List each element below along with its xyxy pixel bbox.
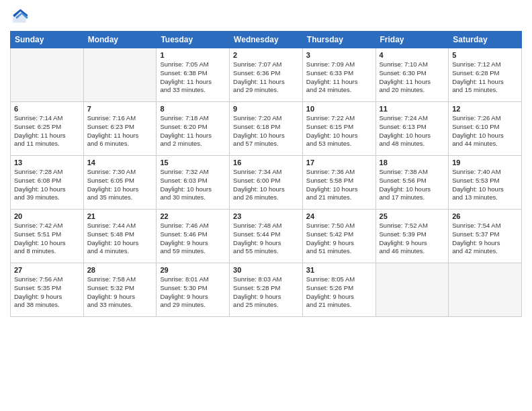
cell-text-line: and 29 minutes. [233, 86, 299, 95]
cell-text-line: Daylight: 11 hours [160, 78, 226, 87]
calendar-cell: 27Sunrise: 7:56 AMSunset: 5:35 PMDayligh… [11, 263, 84, 317]
day-number: 25 [380, 212, 445, 220]
calendar-cell: 31Sunrise: 8:05 AMSunset: 5:26 PMDayligh… [302, 263, 375, 317]
day-number: 7 [87, 105, 153, 113]
calendar-cell: 7Sunrise: 7:16 AMSunset: 6:23 PMDaylight… [83, 102, 157, 156]
cell-text-line: Daylight: 9 hours [160, 239, 226, 248]
cell-text-line: and 53 minutes. [306, 140, 372, 148]
calendar-cell: 12Sunrise: 7:26 AMSunset: 6:10 PMDayligh… [449, 102, 522, 156]
cell-text-line: Daylight: 10 hours [380, 132, 445, 140]
day-number: 10 [306, 105, 372, 113]
cell-text-line: Sunrise: 7:24 AM [380, 114, 445, 123]
cell-text-line: Sunrise: 7:26 AM [452, 114, 518, 123]
cell-text-line: Sunrise: 7:20 AM [233, 114, 299, 123]
calendar-table: SundayMondayTuesdayWednesdayThursdayFrid… [10, 31, 522, 317]
cell-text-line: Daylight: 10 hours [87, 185, 153, 194]
cell-text-line: Sunset: 5:30 PM [160, 284, 226, 293]
cell-text-line: and 44 minutes. [452, 140, 518, 148]
calendar-cell: 16Sunrise: 7:34 AMSunset: 6:00 PMDayligh… [230, 156, 303, 210]
cell-text-line: Sunset: 6:00 PM [233, 177, 299, 185]
cell-text-line: Daylight: 11 hours [306, 78, 372, 87]
cell-text-line: and 15 minutes. [452, 86, 518, 95]
calendar-cell: 4Sunrise: 7:10 AMSunset: 6:30 PMDaylight… [375, 48, 449, 102]
cell-text-line: Sunrise: 7:46 AM [160, 222, 226, 230]
calendar-cell: 20Sunrise: 7:42 AMSunset: 5:51 PMDayligh… [11, 210, 84, 263]
calendar-cell: 2Sunrise: 7:07 AMSunset: 6:36 PMDaylight… [230, 48, 303, 102]
calendar-cell: 29Sunrise: 8:01 AMSunset: 5:30 PMDayligh… [157, 263, 230, 317]
calendar-cell: 13Sunrise: 7:28 AMSunset: 6:08 PMDayligh… [11, 156, 84, 210]
cell-text-line: Sunset: 6:25 PM [14, 123, 80, 132]
calendar-cell: 15Sunrise: 7:32 AMSunset: 6:03 PMDayligh… [157, 156, 230, 210]
day-number: 20 [14, 212, 80, 220]
cell-text-line: Sunset: 6:30 PM [380, 69, 445, 78]
calendar-cell: 3Sunrise: 7:09 AMSunset: 6:33 PMDaylight… [302, 48, 375, 102]
cell-text-line: Sunrise: 7:28 AM [14, 168, 80, 177]
cell-text-line: and 35 minutes. [87, 193, 153, 202]
cell-text-line: and 33 minutes. [87, 301, 153, 310]
calendar-cell [11, 48, 84, 102]
calendar-cell: 14Sunrise: 7:30 AMSunset: 6:05 PMDayligh… [83, 156, 157, 210]
cell-text-line: Sunset: 6:23 PM [87, 123, 153, 132]
cell-text-line: Daylight: 10 hours [14, 185, 80, 194]
cell-text-line: Daylight: 11 hours [14, 132, 80, 140]
cell-text-line: Sunset: 5:39 PM [380, 230, 445, 239]
cell-text-line: and 30 minutes. [160, 193, 226, 202]
day-number: 17 [306, 158, 372, 167]
cell-text-line: Daylight: 10 hours [306, 132, 372, 140]
day-number: 27 [14, 266, 80, 274]
cell-text-line: Daylight: 10 hours [14, 239, 80, 248]
day-number: 3 [306, 51, 372, 59]
cell-text-line: Sunrise: 7:42 AM [14, 222, 80, 230]
cell-text-line: Sunrise: 7:18 AM [160, 114, 226, 123]
day-number: 22 [160, 212, 226, 220]
day-number: 29 [160, 266, 226, 274]
cell-text-line: Sunrise: 7:12 AM [452, 60, 518, 69]
calendar-cell [449, 263, 522, 317]
cell-text-line: Sunset: 6:05 PM [87, 177, 153, 185]
cell-text-line: and 2 minutes. [160, 140, 226, 148]
cell-text-line: and 38 minutes. [14, 301, 80, 310]
cell-text-line: and 20 minutes. [380, 86, 445, 95]
calendar-cell: 26Sunrise: 7:54 AMSunset: 5:37 PMDayligh… [449, 210, 522, 263]
day-number: 18 [380, 158, 445, 167]
cell-text-line: Sunrise: 7:09 AM [306, 60, 372, 69]
day-header-monday: Monday [83, 32, 157, 48]
cell-text-line: Daylight: 10 hours [380, 185, 445, 194]
day-number: 9 [233, 105, 299, 113]
cell-text-line: Sunset: 6:36 PM [233, 69, 299, 78]
calendar-cell: 22Sunrise: 7:46 AMSunset: 5:46 PMDayligh… [157, 210, 230, 263]
day-header-saturday: Saturday [449, 32, 522, 48]
week-row-4: 20Sunrise: 7:42 AMSunset: 5:51 PMDayligh… [11, 210, 522, 263]
cell-text-line: Sunrise: 8:03 AM [233, 275, 299, 284]
cell-text-line: and 48 minutes. [380, 140, 445, 148]
cell-text-line: Sunset: 5:42 PM [306, 230, 372, 239]
cell-text-line: and 26 minutes. [233, 193, 299, 202]
cell-text-line: Daylight: 9 hours [380, 239, 445, 248]
cell-text-line: Daylight: 10 hours [452, 185, 518, 194]
cell-text-line: Sunrise: 7:22 AM [306, 114, 372, 123]
cell-text-line: Sunset: 6:33 PM [306, 69, 372, 78]
day-number: 4 [380, 51, 445, 59]
cell-text-line: Sunset: 6:18 PM [233, 123, 299, 132]
cell-text-line: Sunset: 6:13 PM [380, 123, 445, 132]
cell-text-line: and 46 minutes. [380, 247, 445, 256]
cell-text-line: Daylight: 11 hours [380, 78, 445, 87]
cell-text-line: Sunrise: 8:05 AM [306, 275, 372, 284]
day-number: 24 [306, 212, 372, 220]
cell-text-line: Daylight: 9 hours [306, 239, 372, 248]
cell-text-line: and 42 minutes. [452, 247, 518, 256]
day-header-thursday: Thursday [302, 32, 375, 48]
cell-text-line: Sunset: 5:53 PM [452, 177, 518, 185]
cell-text-line: and 33 minutes. [160, 86, 226, 95]
calendar-cell [375, 263, 449, 317]
day-number: 11 [380, 105, 445, 113]
cell-text-line: Daylight: 9 hours [160, 293, 226, 302]
week-row-1: 1Sunrise: 7:05 AMSunset: 6:38 PMDaylight… [11, 48, 522, 102]
day-number: 31 [306, 266, 372, 274]
page-container: SundayMondayTuesdayWednesdayThursdayFrid… [0, 0, 532, 411]
calendar-cell: 19Sunrise: 7:40 AMSunset: 5:53 PMDayligh… [449, 156, 522, 210]
cell-text-line: Sunrise: 7:40 AM [452, 168, 518, 177]
calendar-cell: 24Sunrise: 7:50 AMSunset: 5:42 PMDayligh… [302, 210, 375, 263]
cell-text-line: and 8 minutes. [14, 247, 80, 256]
calendar-cell: 23Sunrise: 7:48 AMSunset: 5:44 PMDayligh… [230, 210, 303, 263]
